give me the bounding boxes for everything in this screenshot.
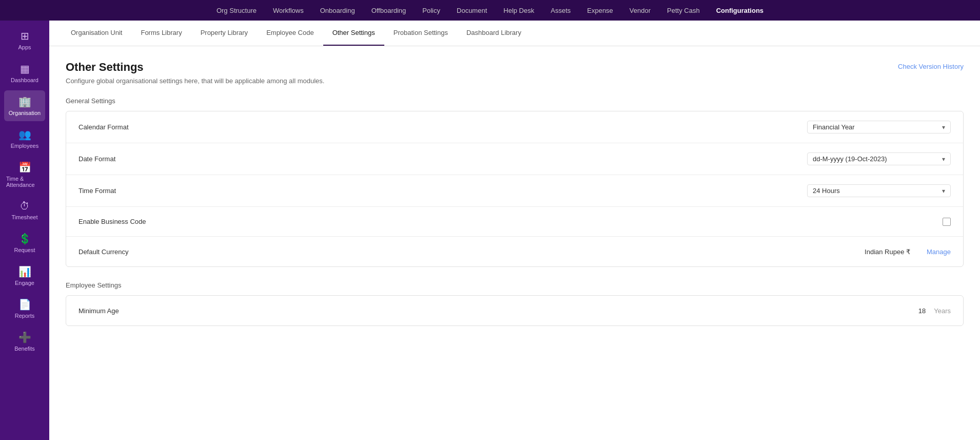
sidebar-label-benefits: Benefits xyxy=(14,346,35,352)
date-format-row: Date Format dd-M-yyyy (19-Oct-2023) ▾ xyxy=(66,143,963,175)
sub-tabs: Organisation UnitForms LibraryProperty L… xyxy=(49,21,980,46)
sidebar-label-request: Request xyxy=(14,247,35,253)
sub-tab-forms-library[interactable]: Forms Library xyxy=(131,21,191,46)
sub-tab-dashboard-library[interactable]: Dashboard Library xyxy=(457,21,531,46)
sidebar-item-apps[interactable]: ⊞Apps xyxy=(4,25,45,55)
top-nav-item-onboarding[interactable]: Onboarding xyxy=(320,7,355,14)
sidebar-label-employees: Employees xyxy=(11,143,38,149)
top-nav-item-policy[interactable]: Policy xyxy=(422,7,440,14)
general-settings-card: Calendar Format Financial Year ▾ Date Fo… xyxy=(66,111,964,267)
date-format-dropdown[interactable]: dd-M-yyyy (19-Oct-2023) ▾ xyxy=(807,152,951,165)
calendar-format-label: Calendar Format xyxy=(79,123,787,131)
sidebar-item-request[interactable]: 💲Request xyxy=(4,227,45,258)
sidebar-item-timesheet[interactable]: ⏱Timesheet xyxy=(4,195,45,225)
date-format-value: dd-M-yyyy (19-Oct-2023) ▾ xyxy=(787,152,951,165)
top-nav-item-expense[interactable]: Expense xyxy=(587,7,613,14)
enable-business-code-checkbox[interactable] xyxy=(943,218,951,226)
manage-currency-link[interactable]: Manage xyxy=(927,248,951,256)
time-format-label: Time Format xyxy=(79,187,787,195)
chevron-down-icon: ▾ xyxy=(942,187,945,195)
sidebar-item-benefits[interactable]: ➕Benefits xyxy=(4,326,45,357)
sidebar-label-organisation: Organisation xyxy=(9,110,41,116)
time-format-text: 24 Hours xyxy=(813,187,840,195)
top-nav-item-workflows[interactable]: Workflows xyxy=(273,7,304,14)
sidebar-item-organisation[interactable]: 🏢Organisation xyxy=(4,90,45,121)
sidebar-label-dashboard: Dashboard xyxy=(11,77,38,83)
engage-icon: 📊 xyxy=(18,265,31,278)
minimum-age-value: 18 Years xyxy=(787,307,951,315)
benefits-icon: ➕ xyxy=(18,331,31,343)
chevron-down-icon: ▾ xyxy=(942,156,945,163)
sidebar-item-dashboard[interactable]: ▦Dashboard xyxy=(4,58,45,88)
time-format-dropdown[interactable]: 24 Hours ▾ xyxy=(807,184,951,197)
chevron-down-icon: ▾ xyxy=(942,124,945,131)
reports-icon: 📄 xyxy=(18,298,31,311)
timesheet-icon: ⏱ xyxy=(19,200,30,212)
dashboard-icon: ▦ xyxy=(20,63,30,75)
page-title: Other Settings xyxy=(66,61,324,74)
calendar-format-text: Financial Year xyxy=(813,123,855,131)
page-header: Other Settings Configure global organisa… xyxy=(66,61,964,85)
minimum-age-text: 18 xyxy=(905,307,926,315)
sidebar-item-engage[interactable]: 📊Engage xyxy=(4,260,45,291)
general-settings-title: General Settings xyxy=(66,97,964,105)
sub-tab-probation-settings[interactable]: Probation Settings xyxy=(384,21,457,46)
apps-icon: ⊞ xyxy=(21,30,29,42)
top-nav-item-vendor[interactable]: Vendor xyxy=(630,7,651,14)
check-version-history-link[interactable]: Check Version History xyxy=(898,63,964,70)
time-format-value: 24 Hours ▾ xyxy=(787,184,951,197)
organisation-icon: 🏢 xyxy=(18,95,31,108)
calendar-format-row: Calendar Format Financial Year ▾ xyxy=(66,111,963,143)
minimum-age-row: Minimum Age 18 Years xyxy=(66,296,963,326)
top-nav-item-document[interactable]: Document xyxy=(457,7,487,14)
top-nav-item-help-desk[interactable]: Help Desk xyxy=(503,7,534,14)
page-header-left: Other Settings Configure global organisa… xyxy=(66,61,324,85)
sidebar-label-engage: Engage xyxy=(15,280,34,286)
minimum-age-label: Minimum Age xyxy=(79,307,787,315)
sub-tab-property-library[interactable]: Property Library xyxy=(191,21,257,46)
sidebar-label-reports: Reports xyxy=(15,313,35,319)
sidebar-item-reports[interactable]: 📄Reports xyxy=(4,293,45,324)
sidebar: ⊞Apps▦Dashboard🏢Organisation👥Employees📅T… xyxy=(0,21,49,440)
top-nav-item-offboarding[interactable]: Offboarding xyxy=(371,7,406,14)
date-format-text: dd-M-yyyy (19-Oct-2023) xyxy=(813,155,887,163)
page-content: Other Settings Configure global organisa… xyxy=(49,46,980,440)
top-nav-item-petty-cash[interactable]: Petty Cash xyxy=(667,7,700,14)
calendar-format-dropdown[interactable]: Financial Year ▾ xyxy=(807,121,951,133)
request-icon: 💲 xyxy=(18,233,31,245)
enable-business-code-label: Enable Business Code xyxy=(79,218,787,225)
sidebar-label-timesheet: Timesheet xyxy=(12,214,38,220)
sub-tab-organisation-unit[interactable]: Organisation Unit xyxy=(62,21,131,46)
top-nav-item-configurations[interactable]: Configurations xyxy=(716,7,763,14)
default-currency-value: Indian Rupee ₹ Manage xyxy=(787,248,951,256)
sub-tab-employee-code[interactable]: Employee Code xyxy=(257,21,323,46)
enable-business-code-value xyxy=(787,218,951,226)
calendar-format-value: Financial Year ▾ xyxy=(787,121,951,133)
page-subtitle: Configure global organisational settings… xyxy=(66,77,324,85)
years-label: Years xyxy=(934,307,951,315)
employee-settings-title: Employee Settings xyxy=(66,281,964,289)
currency-text: Indian Rupee ₹ xyxy=(787,248,923,256)
employee-settings-card: Minimum Age 18 Years xyxy=(66,295,964,326)
sidebar-item-time-attendance[interactable]: 📅Time & Attendance xyxy=(4,156,45,193)
default-currency-label: Default Currency xyxy=(79,248,787,256)
default-currency-row: Default Currency Indian Rupee ₹ Manage xyxy=(66,237,963,266)
content-area: Organisation UnitForms LibraryProperty L… xyxy=(49,21,980,440)
sub-tab-other-settings[interactable]: Other Settings xyxy=(323,21,384,46)
time-format-row: Time Format 24 Hours ▾ xyxy=(66,175,963,207)
top-nav-item-org-structure[interactable]: Org Structure xyxy=(217,7,257,14)
top-nav: Org StructureWorkflowsOnboardingOffboard… xyxy=(0,0,980,21)
sidebar-label-apps: Apps xyxy=(18,44,31,50)
date-format-label: Date Format xyxy=(79,155,787,163)
sidebar-item-employees[interactable]: 👥Employees xyxy=(4,123,45,154)
enable-business-code-row: Enable Business Code xyxy=(66,207,963,237)
employees-icon: 👥 xyxy=(18,128,31,141)
time-attendance-icon: 📅 xyxy=(18,161,31,174)
sidebar-label-time-attendance: Time & Attendance xyxy=(6,176,43,188)
top-nav-item-assets[interactable]: Assets xyxy=(551,7,571,14)
